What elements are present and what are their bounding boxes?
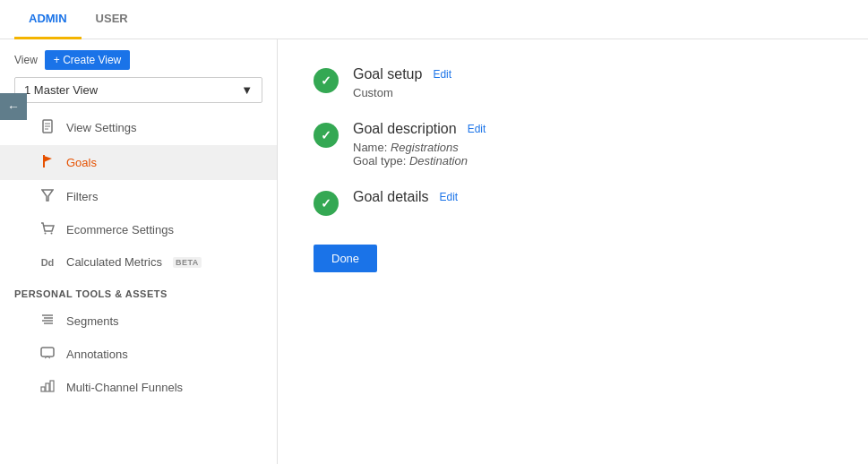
svg-rect-16 — [50, 381, 54, 391]
svg-rect-14 — [41, 387, 45, 391]
svg-point-7 — [45, 233, 47, 235]
sidebar-label-view-settings: View Settings — [66, 121, 137, 134]
sidebar-item-ecommerce[interactable]: Ecommerce Settings — [0, 213, 277, 246]
tab-admin[interactable]: ADMIN — [14, 0, 82, 39]
sidebar-label-multi-channel: Multi-Channel Funnels — [66, 381, 183, 394]
sidebar: ← View + Create View 1 Master View ▼ Vie… — [0, 39, 278, 464]
flag-icon — [39, 154, 56, 171]
main-layout: ← View + Create View 1 Master View ▼ Vie… — [0, 39, 868, 464]
sidebar-label-annotations: Annotations — [66, 348, 128, 361]
step2-content: Goal description Edit Name: Registration… — [353, 121, 832, 168]
svg-marker-5 — [44, 156, 52, 162]
top-nav: ADMIN USER — [0, 0, 868, 39]
sidebar-item-calculated-metrics[interactable]: Dd Calculated Metrics BETA — [0, 246, 277, 278]
step2-name-row: Name: Registrations — [353, 141, 832, 154]
segments-icon — [39, 314, 56, 329]
step3-content: Goal details Edit — [353, 189, 832, 209]
sidebar-label-filters: Filters — [66, 190, 98, 203]
master-view-dropdown[interactable]: 1 Master View ▼ — [14, 77, 262, 103]
step2-name-label: Name: — [353, 141, 387, 154]
sidebar-item-segments[interactable]: Segments — [0, 305, 277, 338]
done-button[interactable]: Done — [314, 245, 377, 272]
sidebar-label-calculated-metrics: Calculated Metrics — [66, 255, 162, 269]
create-view-button[interactable]: + Create View — [45, 50, 131, 70]
step2-title: Goal description — [353, 121, 457, 137]
filter-icon — [39, 189, 56, 204]
step1-content: Goal setup Edit Custom — [353, 66, 832, 99]
doc-icon — [39, 119, 56, 136]
step2-type-value: Destination — [409, 154, 468, 168]
personal-section-label: PERSONAL TOOLS & ASSETS — [0, 278, 277, 305]
step3-title: Goal details — [353, 189, 429, 205]
step3-edit-link[interactable]: Edit — [440, 191, 459, 203]
master-view-label: 1 Master View — [24, 83, 98, 97]
sidebar-item-goals[interactable]: Goals — [0, 145, 277, 180]
annotations-icon — [39, 347, 56, 362]
tab-user[interactable]: USER — [82, 0, 142, 39]
step2-type-row: Goal type: Destination — [353, 154, 832, 168]
sidebar-label-ecommerce: Ecommerce Settings — [66, 223, 174, 236]
cart-icon — [39, 222, 56, 237]
svg-rect-15 — [46, 383, 49, 391]
goal-description-step: Goal description Edit Name: Registration… — [314, 121, 832, 168]
dropdown-chevron-icon: ▼ — [241, 83, 253, 97]
sidebar-item-annotations[interactable]: Annotations — [0, 338, 277, 371]
goal-setup-step: Goal setup Edit Custom — [314, 66, 832, 99]
sidebar-label-goals: Goals — [66, 156, 97, 169]
svg-marker-6 — [42, 190, 53, 201]
step1-detail: Custom — [353, 86, 832, 99]
funnel-icon — [39, 380, 56, 395]
view-label: View — [14, 54, 38, 66]
step1-check-icon — [314, 68, 339, 93]
dd-icon: Dd — [39, 257, 56, 268]
svg-rect-13 — [41, 348, 54, 357]
step2-check-icon — [314, 123, 339, 148]
back-button[interactable]: ← — [0, 93, 27, 120]
sidebar-item-multi-channel[interactable]: Multi-Channel Funnels — [0, 371, 277, 404]
step2-name-value: Registrations — [391, 141, 459, 154]
view-row: View + Create View — [0, 39, 277, 77]
sidebar-item-filters[interactable]: Filters — [0, 180, 277, 213]
content-area: Goal setup Edit Custom Goal description … — [278, 39, 868, 464]
step1-title: Goal setup — [353, 66, 422, 82]
step3-check-icon — [314, 191, 339, 216]
svg-point-8 — [51, 233, 53, 235]
sidebar-item-view-settings[interactable]: View Settings — [0, 110, 277, 145]
step2-edit-link[interactable]: Edit — [468, 123, 486, 135]
beta-badge: BETA — [173, 257, 202, 268]
sidebar-label-segments: Segments — [66, 314, 119, 328]
goal-details-step: Goal details Edit — [314, 189, 832, 216]
step1-edit-link[interactable]: Edit — [433, 68, 451, 81]
step2-type-label: Goal type: — [353, 154, 406, 168]
